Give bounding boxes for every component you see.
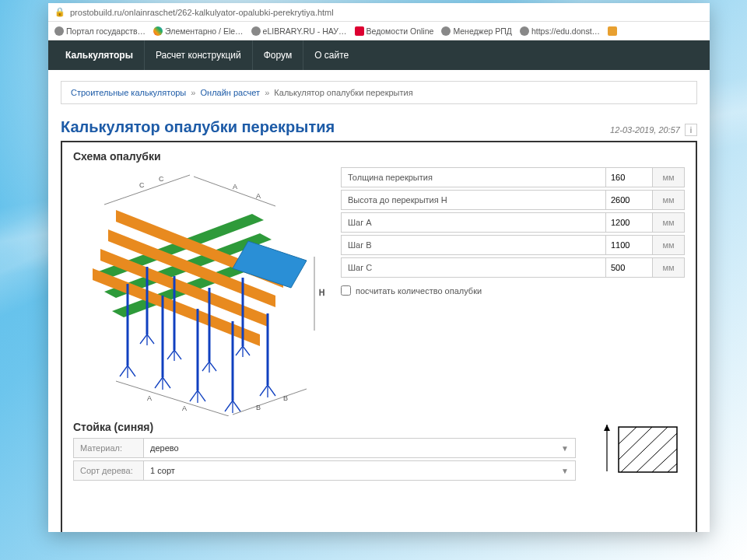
svg-line-0	[104, 175, 190, 205]
svg-line-63	[621, 427, 668, 472]
input-thickness[interactable]: 160	[606, 168, 653, 187]
svg-line-35	[233, 401, 240, 411]
bookmark-icon	[153, 26, 163, 36]
globe-icon	[251, 26, 261, 36]
globe-icon	[520, 26, 529, 36]
svg-line-34	[225, 401, 233, 411]
browser-window: 🔒 prostobuild.ru/onlainraschet/262-kalku…	[48, 3, 710, 532]
svg-line-66	[668, 464, 677, 472]
globe-icon	[54, 26, 64, 36]
svg-line-41	[174, 350, 181, 359]
svg-line-31	[190, 390, 198, 401]
chevron-down-icon: ▼	[561, 444, 569, 453]
bookmark-item[interactable]: eLIBRARY.RU - НАУ…	[251, 26, 347, 36]
info-icon[interactable]: i	[685, 124, 697, 136]
angular-icon	[355, 26, 364, 36]
bookmarks-bar: Портал государств… Элементарно / Ele… eL…	[48, 22, 710, 40]
chevron-down-icon: ▼	[561, 467, 569, 475]
svg-text:B: B	[283, 394, 288, 402]
lock-icon: 🔒	[54, 7, 65, 17]
page-content: Калькуляторы Расчет конструкций Форум О …	[48, 40, 710, 532]
calculator-panel: Схема опалубки C C A A	[61, 141, 697, 532]
svg-line-43	[202, 362, 209, 371]
svg-line-1	[194, 177, 275, 206]
svg-text:C: C	[159, 175, 164, 183]
svg-text:B: B	[256, 404, 261, 411]
bookmark-item[interactable]: Менеджер РПД	[441, 26, 512, 36]
bookmark-item[interactable]: https://edu.donst…	[520, 26, 600, 36]
formwork-schema-image: C C A A	[73, 167, 330, 416]
svg-line-40	[167, 350, 174, 359]
nav-item-about[interactable]: О сайте	[303, 40, 359, 70]
svg-line-52	[116, 381, 229, 416]
breadcrumb-link[interactable]: Онлайн расчет	[201, 88, 261, 97]
svg-line-28	[155, 377, 163, 388]
section-title-schema: Схема опалубки	[73, 150, 685, 163]
nav-item-raschet[interactable]: Расчет конструкций	[145, 40, 253, 70]
svg-line-64	[637, 433, 677, 472]
breadcrumb: Строительные калькуляторы » Онлайн расче…	[61, 81, 697, 104]
param-thickness: Толщина перекрытия 160 мм	[341, 167, 685, 187]
svg-line-25	[120, 366, 128, 376]
top-nav: Калькуляторы Расчет конструкций Форум О …	[48, 40, 710, 70]
select-material[interactable]: Материал: дерево ▼	[73, 438, 576, 458]
svg-line-29	[163, 377, 170, 388]
svg-text:A: A	[182, 404, 187, 412]
svg-text:C: C	[139, 181, 145, 189]
globe-icon	[441, 26, 451, 36]
nav-item-forum[interactable]: Форум	[253, 40, 303, 70]
bookmark-item[interactable]: Ведомости Online	[355, 26, 434, 36]
param-step-b: Шаг B 1100 мм	[341, 235, 685, 255]
svg-line-38	[268, 385, 275, 396]
svg-line-61	[619, 427, 637, 444]
param-step-c: Шаг C 500 мм	[341, 257, 685, 278]
svg-line-65	[652, 449, 677, 472]
svg-line-49	[140, 334, 147, 344]
nav-item-calculators[interactable]: Калькуляторы	[54, 40, 145, 70]
input-height-h[interactable]: 2600	[606, 191, 653, 209]
page-title: Калькулятор опалубки перекрытия	[61, 118, 335, 136]
input-step-c[interactable]: 500	[606, 258, 653, 277]
breadcrumb-current: Калькулятор опалубки перекрытия	[274, 88, 412, 97]
input-step-a[interactable]: 1200	[606, 213, 653, 232]
svg-text:H: H	[319, 289, 324, 297]
svg-text:A: A	[256, 192, 261, 200]
input-step-b[interactable]: 1100	[606, 236, 653, 254]
checkbox-count-formwork[interactable]: посчитать количество опалубки	[341, 285, 685, 296]
svg-line-53	[233, 389, 307, 415]
bookmark-icon	[608, 26, 617, 36]
section-diagram	[591, 421, 685, 475]
section-title-stoika: Стойка (синяя)	[73, 421, 576, 433]
param-height-h: Высота до перекрытия H 2600 мм	[341, 190, 685, 210]
parameters-column: Толщина перекрытия 160 мм Высота до пере…	[341, 167, 685, 296]
select-wood-grade[interactable]: Сорт дерева: 1 сорт ▼	[73, 460, 576, 481]
url-bar: 🔒 prostobuild.ru/onlainraschet/262-kalku…	[48, 3, 710, 22]
svg-line-50	[147, 334, 154, 344]
svg-line-26	[128, 366, 135, 376]
svg-marker-59	[604, 425, 610, 431]
checkbox-input[interactable]	[341, 285, 351, 296]
timestamp: 12-03-2019, 20:57 i	[610, 124, 697, 136]
svg-line-47	[243, 346, 250, 355]
breadcrumb-link[interactable]: Строительные калькуляторы	[71, 88, 186, 97]
svg-line-62	[619, 427, 652, 460]
param-step-a: Шаг A 1200 мм	[341, 212, 685, 233]
bookmark-item[interactable]	[608, 26, 617, 36]
svg-text:A: A	[233, 183, 237, 191]
svg-rect-60	[619, 427, 677, 472]
svg-line-37	[260, 385, 268, 396]
svg-text:A: A	[147, 394, 152, 402]
svg-line-46	[236, 346, 243, 355]
bookmark-item[interactable]: Портал государств…	[54, 26, 146, 36]
bookmark-item[interactable]: Элементарно / Ele…	[153, 26, 243, 36]
url-text: prostobuild.ru/onlainraschet/262-kalkuly…	[70, 8, 334, 17]
svg-line-44	[209, 362, 216, 371]
svg-line-32	[198, 390, 205, 401]
